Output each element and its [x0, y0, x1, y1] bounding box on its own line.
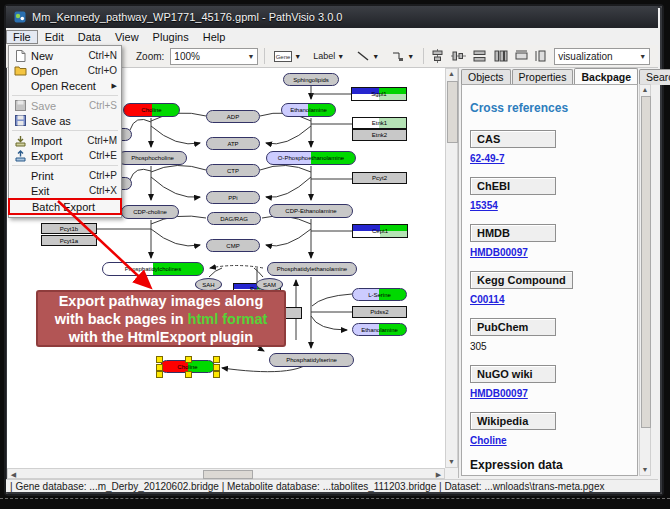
same-width-icon[interactable]: [514, 50, 529, 62]
menu-plugins[interactable]: Plugins: [146, 30, 196, 44]
node-ethanolamine-2[interactable]: Ethanolamine: [352, 323, 407, 336]
section-header-hmdb: HMDB: [470, 224, 556, 242]
sidebar-scrollbar[interactable]: ▲ ▼: [639, 84, 651, 476]
selection-handle[interactable]: [185, 356, 192, 363]
expression-data-heading: Expression data: [470, 458, 629, 472]
menu-data[interactable]: Data: [71, 30, 108, 44]
menu-item-save[interactable]: Save Ctrl+S: [9, 98, 121, 113]
menu-view[interactable]: View: [108, 30, 146, 44]
tab-properties[interactable]: Properties: [512, 69, 574, 85]
node-phosphocholine[interactable]: Phosphocholine: [118, 151, 187, 165]
menu-item-new[interactable]: New Ctrl+N: [9, 48, 121, 63]
node-adp[interactable]: ADP: [206, 110, 260, 123]
connector-tool-button[interactable]: ▼: [388, 48, 417, 64]
toolbar-separator: [423, 48, 424, 64]
align-center-icon[interactable]: [430, 49, 445, 63]
node-ctp[interactable]: CTP: [206, 164, 260, 177]
connector-icon: [391, 50, 405, 62]
menu-item-export[interactable]: Export Ctrl+E: [9, 148, 121, 163]
node-sphingolipids[interactable]: Sphingolipids: [283, 73, 339, 86]
menu-item-save-as[interactable]: Save as: [9, 113, 121, 128]
gene-cept1[interactable]: Cept1: [352, 224, 408, 238]
menu-item-exit[interactable]: Exit Ctrl+X: [9, 183, 121, 198]
gene-etnk1[interactable]: Etnk1: [352, 117, 407, 129]
menu-item-import[interactable]: Import Ctrl+M: [9, 133, 121, 148]
menu-file[interactable]: File: [6, 30, 38, 44]
chevron-down-icon: ▼: [372, 53, 379, 60]
same-height-icon[interactable]: [535, 49, 548, 63]
distribute-columns-icon[interactable]: [493, 49, 508, 63]
scroll-up-icon[interactable]: ▲: [446, 69, 457, 79]
selected-node-group: Choline: [160, 360, 215, 373]
link-chebi[interactable]: 15354: [470, 200, 629, 211]
menu-help[interactable]: Help: [196, 30, 233, 44]
node-cdp-ethanolamine[interactable]: CDP-Ethanolamine: [269, 204, 353, 218]
tab-backpage[interactable]: Backpage: [574, 68, 638, 84]
menu-item-open[interactable]: Open Ctrl+O: [9, 63, 121, 78]
scroll-up-icon[interactable]: ▲: [640, 85, 650, 95]
gene-node-icon: Gene: [274, 51, 292, 62]
menu-item-open-recent[interactable]: Open Recent ▶: [9, 78, 121, 93]
node-atp[interactable]: ATP: [206, 137, 260, 150]
scroll-down-icon[interactable]: ▼: [640, 465, 650, 475]
node-l-serine[interactable]: L-Serine: [352, 288, 407, 301]
visualization-combobox[interactable]: visualization ▼: [554, 48, 650, 65]
distribute-rows-icon[interactable]: [472, 49, 487, 63]
align-middle-icon[interactable]: [451, 49, 466, 63]
gene-sgpl1[interactable]: Sgpl1: [351, 87, 407, 101]
link-kegg[interactable]: C00114: [470, 294, 629, 305]
zoom-combobox[interactable]: 100% ▼: [170, 48, 258, 65]
scroll-down-icon[interactable]: ▼: [446, 457, 457, 467]
selection-handle[interactable]: [156, 356, 163, 363]
link-cas[interactable]: 62-49-7: [470, 153, 629, 164]
selection-handle[interactable]: [156, 364, 163, 371]
section-header-cas: CAS: [470, 130, 556, 148]
node-phosphatidylcholines[interactable]: Phosphatidylcholines: [102, 262, 204, 276]
scrollbar-thumb[interactable]: [203, 470, 253, 479]
node-cdp-choline[interactable]: CDP-choline: [121, 205, 179, 219]
node-dag[interactable]: DAG/RAG: [207, 212, 261, 225]
gene-tool-button[interactable]: Gene ▼: [271, 49, 304, 64]
selection-handle[interactable]: [213, 371, 220, 378]
node-o-phosphoethanolamine[interactable]: O-Phosphoethanolamine: [266, 151, 356, 165]
tab-objects[interactable]: Objects: [461, 69, 511, 85]
selection-handle[interactable]: [213, 364, 220, 371]
label-tool-button[interactable]: Label ▼: [310, 49, 347, 63]
node-choline[interactable]: Choline: [123, 103, 180, 117]
label-tool-text: Label: [313, 51, 335, 61]
chevron-down-icon: ▼: [407, 53, 414, 60]
gene-pcyt1b[interactable]: Pcyt1b: [41, 223, 97, 234]
chevron-down-icon: ▼: [337, 53, 344, 60]
scrollbar-thumb[interactable]: [641, 96, 651, 428]
svg-text:Gene: Gene: [276, 54, 291, 60]
link-hmdb[interactable]: HMDB00097: [470, 247, 629, 258]
selection-handle[interactable]: [185, 371, 192, 378]
canvas-horizontal-scrollbar[interactable]: ◀ ▶: [7, 468, 445, 479]
link-wikipedia[interactable]: Choline: [470, 435, 629, 446]
scrollbar-thumb[interactable]: [447, 81, 458, 143]
node-phosphatidylethanolamine[interactable]: Phosphatidylethanolamine: [267, 262, 357, 276]
gene-ptdss2[interactable]: Ptdss2: [352, 306, 407, 318]
selection-handle[interactable]: [213, 356, 220, 363]
line-tool-button[interactable]: ▼: [353, 48, 382, 64]
gene-pcyt1a[interactable]: Pcyt1a: [41, 235, 97, 246]
node-phosphatidylserine[interactable]: Phosphatidylserine: [269, 353, 354, 367]
selection-handle[interactable]: [156, 371, 163, 378]
status-text: | Gene database: ...m_Derby_20120602.bri…: [10, 481, 604, 492]
sidebar: Objects Properties Backpage Search Legen…: [458, 68, 652, 478]
chevron-down-icon: ▼: [639, 53, 646, 60]
backpage-panel: Cross references CAS 62-49-7 ChEBI 15354…: [461, 84, 638, 476]
node-cmp[interactable]: CMP: [206, 239, 260, 252]
menu-item-print[interactable]: Print Ctrl+P: [9, 168, 121, 183]
title-bar[interactable]: Mm_Kennedy_pathway_WP1771_45176.gpml - P…: [6, 6, 658, 28]
new-file-icon: [13, 50, 28, 62]
menu-edit[interactable]: Edit: [38, 30, 71, 44]
gene-etnk2[interactable]: Etnk2: [352, 129, 407, 141]
tab-search[interactable]: Search: [639, 69, 670, 85]
node-ethanolamine[interactable]: Ethanolamine: [281, 103, 336, 117]
link-nugo[interactable]: HMDB00097: [470, 388, 629, 399]
gene-pcyt2[interactable]: Pcyt2: [352, 172, 407, 184]
node-ppi[interactable]: PPi: [206, 191, 260, 204]
canvas-vertical-scrollbar[interactable]: ▲ ▼: [445, 68, 458, 468]
menu-item-batch-export[interactable]: Batch Export: [8, 198, 122, 215]
